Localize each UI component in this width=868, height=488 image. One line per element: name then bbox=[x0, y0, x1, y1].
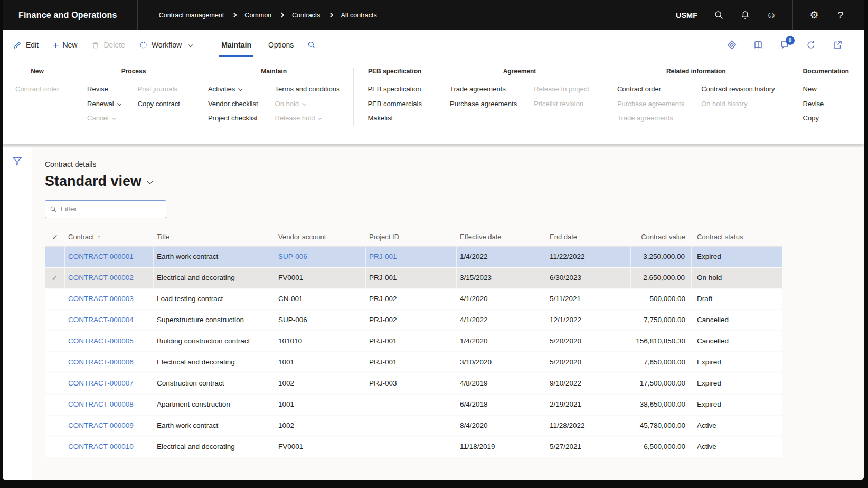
table-row[interactable]: ✓ CONTRACT-000009 Earth work contract 10… bbox=[45, 416, 782, 437]
ribbon-item-project-checklist[interactable]: Project checklist bbox=[208, 111, 258, 126]
table-row[interactable]: ✓ CONTRACT-000005 Building construction … bbox=[45, 331, 782, 352]
ribbon-item-renewal[interactable]: Renewal bbox=[87, 97, 121, 111]
column-header-project-id[interactable]: Project ID bbox=[366, 233, 457, 241]
ribbon-item-new[interactable]: New bbox=[803, 82, 824, 97]
contract-status: Expired bbox=[692, 358, 782, 366]
ribbon-group-new: NewContract order bbox=[14, 68, 73, 126]
main-panel: Contract details Standard view ✓ Contrac… bbox=[32, 147, 864, 480]
search-icon[interactable] bbox=[713, 10, 724, 21]
end-date: 11/22/2022 bbox=[546, 247, 631, 267]
vendor-link[interactable]: SUP-006 bbox=[278, 252, 307, 260]
ribbon-item-activities[interactable]: Activities bbox=[208, 82, 258, 97]
table-row[interactable]: ✓ CONTRACT-000010 Electrical and decorat… bbox=[45, 437, 782, 458]
vendor-account: SUP-006 bbox=[275, 247, 366, 267]
table-row[interactable]: ✓ CONTRACT-000004 Superstructure constru… bbox=[45, 310, 782, 331]
ribbon-group-title: Process bbox=[87, 68, 180, 75]
tab-maintain[interactable]: Maintain bbox=[213, 30, 260, 60]
ribbon-item-copy[interactable]: Copy bbox=[803, 111, 824, 126]
new-button[interactable]: + New bbox=[52, 41, 77, 50]
ribbon-item-revise[interactable]: Revise bbox=[803, 97, 824, 111]
view-selector[interactable]: Standard view bbox=[45, 173, 864, 190]
ribbon-item-peb-specification[interactable]: PEB specification bbox=[367, 82, 422, 97]
column-header-contract-value[interactable]: Contract value bbox=[631, 233, 692, 241]
contract-link[interactable]: CONTRACT-000009 bbox=[68, 421, 134, 429]
book-icon[interactable] bbox=[753, 40, 763, 50]
company-picker[interactable]: USMF bbox=[676, 11, 697, 20]
ribbon-item-contract-order[interactable]: Contract order bbox=[617, 82, 684, 97]
topbar-divider bbox=[137, 0, 138, 30]
ribbon-item-purchase-agreements[interactable]: Purchase agreements bbox=[450, 97, 517, 111]
chevron-right-icon bbox=[328, 13, 333, 18]
contract-link[interactable]: CONTRACT-000004 bbox=[68, 316, 134, 324]
grid-filter-box[interactable] bbox=[45, 200, 166, 218]
end-date: 2/19/2021 bbox=[546, 400, 631, 408]
contracts-grid: ✓ Contract↑ Title Vendor account Project… bbox=[45, 228, 782, 458]
contract-link[interactable]: CONTRACT-000003 bbox=[68, 295, 134, 303]
table-row[interactable]: ✓ CONTRACT-000001 Earth work contract SU… bbox=[45, 247, 782, 268]
ribbon-item-copy-contract[interactable]: Copy contract bbox=[138, 97, 180, 111]
filter-input[interactable] bbox=[57, 205, 162, 213]
column-header-end-date[interactable]: End date bbox=[546, 233, 631, 241]
ribbon-item-trade-agreements[interactable]: Trade agreements bbox=[450, 82, 517, 97]
end-date: 5/20/2020 bbox=[546, 358, 631, 366]
table-row[interactable]: ✓ CONTRACT-000002 Electrical and decorat… bbox=[45, 268, 782, 289]
column-header-effective-date[interactable]: Effective date bbox=[457, 233, 546, 241]
table-row[interactable]: ✓ CONTRACT-000008 Apartment construction… bbox=[45, 395, 782, 416]
column-header-contract[interactable]: Contract↑ bbox=[65, 233, 154, 241]
sort-ascending-icon: ↑ bbox=[97, 233, 100, 241]
table-row[interactable]: ✓ CONTRACT-000007 Construction contract … bbox=[45, 373, 782, 395]
refresh-icon[interactable] bbox=[806, 40, 816, 50]
settings-gear-icon[interactable]: ⚙ bbox=[809, 10, 819, 21]
contract-link[interactable]: CONTRACT-000002 bbox=[68, 274, 134, 281]
contract-link[interactable]: CONTRACT-000008 bbox=[68, 400, 134, 408]
breadcrumb-page[interactable]: All contracts bbox=[341, 12, 377, 19]
power-apps-icon[interactable] bbox=[727, 40, 737, 50]
tab-options[interactable]: Options bbox=[260, 30, 302, 60]
column-header-title[interactable]: Title bbox=[154, 233, 275, 241]
ribbon-group-title: PEB specification bbox=[367, 68, 422, 75]
contract-link[interactable]: CONTRACT-000005 bbox=[68, 337, 134, 345]
feedback-smiley-icon[interactable]: ☺ bbox=[766, 10, 777, 21]
breadcrumb-module[interactable]: Contract management bbox=[159, 12, 224, 19]
chevron-right-icon bbox=[232, 13, 237, 18]
table-row[interactable]: ✓ CONTRACT-000006 Electrical and decorat… bbox=[45, 352, 782, 373]
action-search-button[interactable] bbox=[307, 41, 316, 49]
ribbon-item-contract-revision-history[interactable]: Contract revision history bbox=[701, 82, 775, 97]
breadcrumb-area[interactable]: Common bbox=[244, 12, 271, 19]
ribbon-item-peb-commercials[interactable]: PEB commercials bbox=[367, 97, 422, 111]
messages-icon[interactable]: 0 bbox=[779, 40, 790, 50]
contract-value: 156,810,850.30 bbox=[631, 337, 692, 345]
contract-link[interactable]: CONTRACT-000006 bbox=[68, 358, 134, 366]
filter-funnel-icon[interactable] bbox=[12, 156, 23, 167]
vendor-account: CN-001 bbox=[275, 295, 366, 303]
notifications-bell-icon[interactable] bbox=[740, 10, 750, 21]
project-link[interactable]: PRJ-001 bbox=[369, 252, 397, 260]
workflow-button[interactable]: Workflow bbox=[139, 41, 192, 50]
contract-title: Construction contract bbox=[154, 379, 275, 387]
column-header-contract-status[interactable]: Contract status bbox=[692, 233, 782, 241]
select-all-check-icon[interactable]: ✓ bbox=[52, 233, 58, 241]
ribbon-item-vendor-checklist[interactable]: Vendor checklist bbox=[208, 97, 258, 111]
ribbon-item-cancel: Cancel bbox=[87, 111, 121, 126]
app-title[interactable]: Finance and Operations bbox=[3, 11, 137, 20]
breadcrumb-section[interactable]: Contracts bbox=[292, 12, 320, 19]
end-date: 5/11/2021 bbox=[546, 295, 631, 303]
chevron-down-icon bbox=[117, 101, 121, 105]
chevron-down-icon bbox=[188, 43, 193, 47]
contract-link[interactable]: CONTRACT-000007 bbox=[68, 379, 134, 387]
contract-status: Active bbox=[692, 443, 782, 451]
contract-link[interactable]: CONTRACT-000010 bbox=[68, 443, 134, 451]
ribbon-item-revise[interactable]: Revise bbox=[87, 82, 121, 97]
help-icon[interactable]: ? bbox=[835, 10, 846, 21]
vendor-account: 1001 bbox=[275, 400, 366, 408]
app-window: Finance and Operations Contract manageme… bbox=[3, 0, 864, 480]
contract-title: Earth work contract bbox=[154, 247, 275, 267]
table-row[interactable]: ✓ CONTRACT-000003 Load testing contract … bbox=[45, 289, 782, 310]
column-header-vendor-account[interactable]: Vendor account bbox=[275, 233, 366, 241]
contract-link[interactable]: CONTRACT-000001 bbox=[68, 252, 134, 260]
ribbon-item-makelist[interactable]: Makelist bbox=[367, 111, 422, 126]
edit-button[interactable]: Edit bbox=[13, 41, 39, 50]
open-in-new-window-icon[interactable] bbox=[832, 40, 843, 50]
ribbon-item-terms-and-conditions[interactable]: Terms and conditions bbox=[275, 82, 340, 97]
contract-value: 45,780,000.00 bbox=[631, 421, 692, 429]
